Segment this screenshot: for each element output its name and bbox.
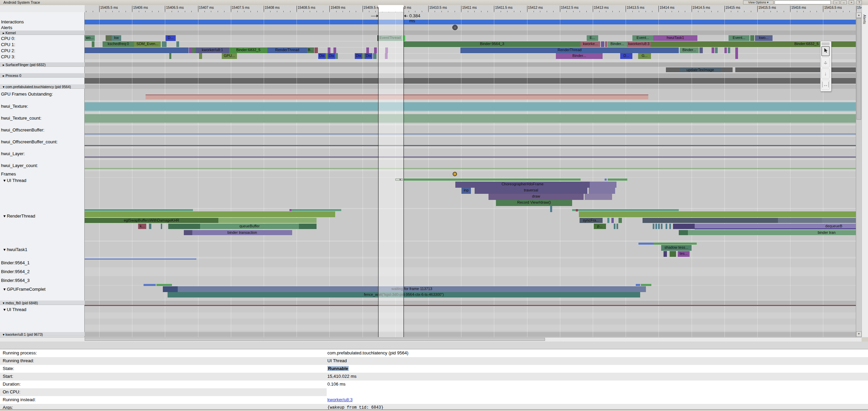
trace-slice[interactable] — [92, 41, 94, 47]
trace-slice[interactable] — [611, 218, 614, 223]
sidebar-item-mdss-fb0-pid-6848[interactable]: ▾ mdss_fb0 (pid 6848) — [3, 301, 38, 305]
trace-slice[interactable] — [669, 224, 671, 229]
trace-slice[interactable] — [85, 133, 856, 135]
trace-slice[interactable] — [590, 182, 616, 188]
trace-slice-shadow-tess-[interactable]: shadow tess... — [661, 245, 692, 251]
trace-slice[interactable] — [607, 218, 609, 223]
scroll-down-button[interactable]: ▼ — [856, 331, 862, 337]
trace-slice-binder-transaction[interactable]: binder transaction — [192, 230, 292, 235]
sidebar-item-hwuitask1[interactable]: ▾ hwuiTask1 — [3, 247, 27, 252]
zoom-tool-button[interactable]: ↓ — [821, 68, 830, 79]
trace-slice[interactable] — [641, 284, 651, 286]
trace-slice-b-[interactable]: B... — [307, 47, 314, 53]
trace-slice[interactable] — [695, 228, 856, 229]
trace-slice-tes-[interactable]: tes... — [678, 251, 690, 257]
trace-slice[interactable] — [85, 145, 856, 146]
alert-marker-icon[interactable]: ⚠ — [452, 25, 458, 30]
trace-slice[interactable] — [638, 243, 654, 245]
nav-back-button[interactable]: ← — [833, 0, 840, 4]
trace-slice[interactable] — [576, 209, 578, 211]
trace-slice[interactable] — [654, 243, 697, 245]
vertical-scroll-thumb[interactable] — [856, 18, 861, 120]
trace-slice[interactable] — [299, 224, 317, 229]
trace-slice[interactable] — [85, 211, 335, 217]
trace-slice[interactable] — [605, 179, 607, 181]
trace-slice-binder-9564-3[interactable]: Binder:9564_3 — [404, 41, 581, 47]
trace-slice-waiting-for-frame-113713[interactable]: waiting for frame 113713 — [178, 286, 646, 292]
trace-slice[interactable] — [184, 230, 192, 235]
trace-slice-dis[interactable]: Dis — [328, 53, 335, 59]
trace-slice[interactable] — [735, 47, 738, 53]
trace-slice[interactable] — [614, 224, 615, 229]
trace-slice[interactable] — [712, 47, 714, 53]
frame-marker-icon[interactable] — [453, 172, 457, 176]
horizontal-scroll-thumb[interactable] — [85, 338, 545, 341]
trace-slice[interactable] — [661, 224, 663, 229]
trace-slice-p-[interactable]: p... — [594, 224, 606, 229]
trace-slice[interactable] — [673, 224, 695, 229]
trace-slice[interactable] — [163, 286, 178, 292]
trace-slice-kschedfreq-0[interactable]: kschedfreq:0 — [103, 41, 134, 47]
sidebar-item-process-0[interactable]: ▸ Process 0 — [3, 74, 21, 78]
trace-slice[interactable] — [601, 41, 604, 47]
trace-slice[interactable] — [161, 224, 162, 229]
trace-slice[interactable] — [585, 194, 612, 200]
trace-slice[interactable] — [162, 41, 167, 47]
trace-slice[interactable] — [653, 224, 654, 229]
trace-slice[interactable] — [149, 224, 151, 229]
trace-slice[interactable] — [374, 47, 377, 53]
trace-slice-dis[interactable]: Dis — [365, 53, 372, 59]
trace-slice[interactable] — [699, 47, 703, 53]
trace-slice[interactable] — [85, 168, 856, 169]
trace-slice[interactable] — [85, 157, 856, 158]
view-options-button[interactable]: View Options ▾ — [743, 0, 774, 4]
trace-slice[interactable] — [199, 53, 202, 59]
trace-slice-kwo-[interactable]: kwo... — [755, 35, 773, 41]
trace-slice[interactable] — [373, 53, 376, 59]
nav-skip-button[interactable]: » — [849, 0, 854, 4]
alerts-side-tab[interactable]: Alerts — [862, 5, 868, 337]
sidebar-item-ui-thread[interactable]: ▾ UI Thread — [3, 178, 26, 183]
trace-slice-record-view-draw-[interactable]: Record View#draw() — [496, 200, 572, 206]
trace-slice[interactable] — [106, 35, 112, 41]
nav-forward-button[interactable]: → — [841, 0, 847, 4]
trace-slice[interactable] — [156, 284, 172, 286]
trace-slice-draw[interactable]: draw — [489, 194, 584, 200]
detail-value-running-instead[interactable]: kworker/u8:3 — [327, 397, 352, 402]
trace-slice-dis[interactable]: Dis — [355, 53, 362, 59]
trace-slice[interactable] — [572, 209, 679, 211]
trace-slice[interactable] — [608, 179, 627, 181]
trace-slice-gpu-[interactable]: GPU... — [222, 53, 237, 59]
selection-line-right[interactable] — [404, 7, 404, 337]
trace-slice[interactable] — [728, 47, 730, 53]
trace-slice[interactable] — [85, 114, 856, 123]
trace-slice-wo-[interactable]: wo... — [85, 35, 95, 41]
sidebar-item-renderthread[interactable]: ▾ RenderThread — [3, 213, 35, 219]
trace-slice[interactable] — [724, 47, 727, 53]
scroll-up-button[interactable]: ▲ — [856, 13, 862, 18]
trace-slice[interactable] — [589, 188, 615, 194]
pan-tool-button[interactable]: ↔↕ — [821, 57, 830, 67]
trace-slice[interactable] — [579, 211, 856, 217]
sidebar-item-ui-thread[interactable]: ▾ UI Thread — [3, 307, 26, 312]
trace-slice-choreographer-doframe[interactable]: Choreographer#doFrame — [455, 182, 590, 188]
palette-grip[interactable] — [822, 42, 830, 45]
trace-slice-event-[interactable]: Event... — [632, 35, 653, 41]
trace-slice[interactable] — [605, 41, 607, 47]
trace-slice-renderthread[interactable]: RenderThread — [267, 47, 307, 53]
trace-slice[interactable] — [735, 67, 856, 72]
trace-slice[interactable] — [735, 53, 738, 59]
time-ruler[interactable]: 15405.5 ms15406 ms15406.5 ms15407 ms1540… — [85, 5, 862, 13]
trace-slice-k-[interactable]: k... — [138, 224, 146, 229]
trace-slice[interactable] — [218, 218, 317, 223]
trace-slice[interactable] — [291, 209, 341, 211]
trace-slice-g-[interactable]: G... — [638, 53, 651, 59]
trace-slice[interactable] — [328, 47, 330, 53]
selection-line-left[interactable] — [378, 7, 378, 337]
trace-slice-hwuitask1[interactable]: hwuiTask1 — [653, 35, 697, 41]
trace-slice-binder-[interactable]: Binder... — [608, 41, 627, 47]
trace-slice-renderthread[interactable]: RenderThread — [460, 47, 679, 53]
trace-slice[interactable] — [715, 47, 718, 53]
trace-slice[interactable] — [144, 284, 156, 286]
trace-slice-binder-[interactable]: Binder... — [680, 47, 699, 53]
